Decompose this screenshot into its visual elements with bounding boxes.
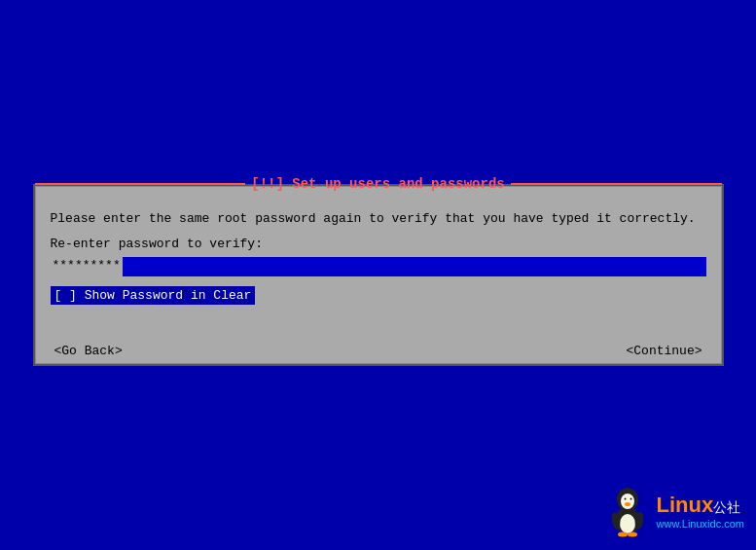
brand-suffix: 公社 — [713, 499, 740, 515]
svg-point-1 — [620, 514, 635, 533]
svg-point-3 — [621, 494, 634, 509]
linux-label: Linux — [657, 493, 714, 517]
svg-point-6 — [624, 498, 626, 500]
dialog-title: [!!] Set up users and passwords — [245, 176, 510, 192]
dialog-box: [!!] Set up users and passwords Please e… — [33, 184, 724, 366]
watermark-url: www.Linuxidc.com — [657, 518, 744, 530]
show-password-checkbox-label[interactable]: [ ] Show Password in Clear — [51, 286, 256, 305]
watermark: Linux公社 www.Linuxidc.com — [604, 484, 744, 538]
dialog-content: Please enter the same root password agai… — [35, 190, 722, 334]
svg-point-10 — [628, 532, 637, 537]
brand-text: Linux公社 — [657, 493, 741, 518]
password-label: Re-enter password to verify: — [51, 237, 706, 251]
dialog-title-bar: [!!] Set up users and passwords — [35, 176, 722, 192]
description-text: Please enter the same root password agai… — [51, 209, 706, 229]
buttons-row: <Go Back> <Continue> — [35, 338, 722, 364]
svg-point-7 — [630, 498, 631, 500]
password-input[interactable] — [123, 257, 706, 276]
go-back-button[interactable]: <Go Back> — [51, 342, 126, 360]
continue-button[interactable]: <Continue> — [622, 342, 705, 360]
title-line-right — [511, 183, 722, 185]
tux-icon — [604, 484, 651, 538]
title-line-left — [35, 183, 246, 185]
show-password-checkbox-row: [ ] Show Password in Clear — [51, 286, 706, 305]
watermark-text: Linux公社 www.Linuxidc.com — [657, 493, 744, 530]
svg-point-8 — [625, 502, 630, 506]
svg-point-9 — [618, 532, 628, 537]
password-asterisks: ********* — [51, 257, 123, 276]
password-field-row: ********* — [51, 257, 706, 276]
